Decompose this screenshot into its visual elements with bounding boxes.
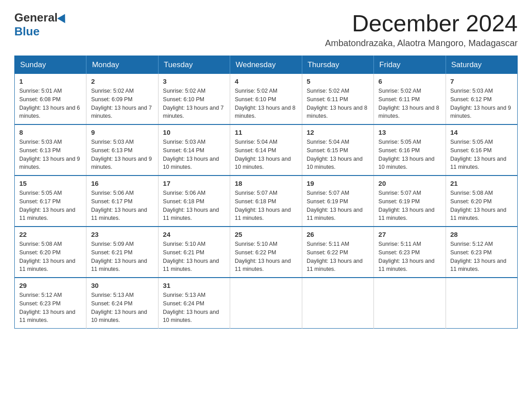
sunset-label: Sunset: 6:18 PM <box>163 198 204 205</box>
daylight-label: Daylight: 13 hours and 11 minutes. <box>91 258 147 273</box>
sunset-label: Sunset: 6:21 PM <box>163 249 204 256</box>
header-wednesday: Wednesday <box>230 56 302 74</box>
daylight-label: Daylight: 13 hours and 7 minutes. <box>91 105 152 120</box>
sunrise-label: Sunrise: 5:12 AM <box>450 241 493 247</box>
sunrise-label: Sunrise: 5:12 AM <box>19 292 62 298</box>
sunset-label: Sunset: 6:11 PM <box>378 96 420 103</box>
day-info: Sunrise: 5:05 AM Sunset: 6:16 PM Dayligh… <box>450 138 513 171</box>
calendar-cell <box>374 278 446 329</box>
header-friday: Friday <box>374 56 446 74</box>
sunrise-label: Sunrise: 5:02 AM <box>91 88 133 94</box>
calendar-cell: 25 Sunrise: 5:10 AM Sunset: 6:22 PM Dayl… <box>230 227 302 278</box>
calendar-cell: 16 Sunrise: 5:06 AM Sunset: 6:17 PM Dayl… <box>86 176 158 227</box>
daylight-label: Daylight: 13 hours and 11 minutes. <box>450 207 506 222</box>
day-info: Sunrise: 5:09 AM Sunset: 6:21 PM Dayligh… <box>91 240 153 274</box>
sunrise-label: Sunrise: 5:07 AM <box>235 190 277 196</box>
calendar-cell: 8 Sunrise: 5:03 AM Sunset: 6:13 PM Dayli… <box>15 124 86 176</box>
calendar-cell: 15 Sunrise: 5:05 AM Sunset: 6:17 PM Dayl… <box>15 176 86 227</box>
day-number: 18 <box>235 180 297 187</box>
calendar-cell: 2 Sunrise: 5:02 AM Sunset: 6:09 PM Dayli… <box>86 74 158 124</box>
sunset-label: Sunset: 6:11 PM <box>307 96 348 103</box>
day-number: 26 <box>307 231 369 238</box>
sunrise-label: Sunrise: 5:01 AM <box>19 88 62 94</box>
sunset-label: Sunset: 6:20 PM <box>19 249 60 256</box>
sunset-label: Sunset: 6:08 PM <box>19 96 60 103</box>
day-info: Sunrise: 5:11 AM Sunset: 6:23 PM Dayligh… <box>378 240 441 274</box>
calendar-cell: 24 Sunrise: 5:10 AM Sunset: 6:21 PM Dayl… <box>158 227 230 278</box>
day-info: Sunrise: 5:10 AM Sunset: 6:22 PM Dayligh… <box>235 240 297 274</box>
sunrise-label: Sunrise: 5:09 AM <box>91 241 133 247</box>
sunrise-label: Sunrise: 5:08 AM <box>450 190 493 196</box>
calendar-week-row: 15 Sunrise: 5:05 AM Sunset: 6:17 PM Dayl… <box>15 176 518 227</box>
header-monday: Monday <box>86 56 158 74</box>
calendar-table: SundayMondayTuesdayWednesdayThursdayFrid… <box>14 56 518 329</box>
day-number: 12 <box>307 128 369 136</box>
logo: General Blue <box>14 11 69 39</box>
day-info: Sunrise: 5:10 AM Sunset: 6:21 PM Dayligh… <box>163 240 225 274</box>
day-number: 16 <box>91 180 153 187</box>
calendar-cell: 21 Sunrise: 5:08 AM Sunset: 6:20 PM Dayl… <box>446 176 517 227</box>
day-info: Sunrise: 5:01 AM Sunset: 6:08 PM Dayligh… <box>19 87 82 120</box>
sunrise-label: Sunrise: 5:07 AM <box>307 190 349 196</box>
day-info: Sunrise: 5:12 AM Sunset: 6:23 PM Dayligh… <box>19 291 82 325</box>
day-info: Sunrise: 5:04 AM Sunset: 6:14 PM Dayligh… <box>235 138 297 171</box>
daylight-label: Daylight: 13 hours and 9 minutes. <box>450 105 511 120</box>
sunrise-label: Sunrise: 5:07 AM <box>378 190 421 196</box>
day-info: Sunrise: 5:02 AM Sunset: 6:11 PM Dayligh… <box>307 87 369 120</box>
sunset-label: Sunset: 6:10 PM <box>163 96 204 103</box>
sunrise-label: Sunrise: 5:02 AM <box>235 88 277 94</box>
calendar-cell: 3 Sunrise: 5:02 AM Sunset: 6:10 PM Dayli… <box>158 74 230 124</box>
calendar-cell: 31 Sunrise: 5:13 AM Sunset: 6:24 PM Dayl… <box>158 278 230 329</box>
calendar-cell: 23 Sunrise: 5:09 AM Sunset: 6:21 PM Dayl… <box>86 227 158 278</box>
calendar-cell <box>302 278 373 329</box>
day-info: Sunrise: 5:05 AM Sunset: 6:16 PM Dayligh… <box>378 138 441 171</box>
sunrise-label: Sunrise: 5:04 AM <box>235 139 277 145</box>
sunrise-label: Sunrise: 5:02 AM <box>307 88 349 94</box>
sunset-label: Sunset: 6:16 PM <box>450 147 492 154</box>
day-number: 24 <box>163 231 225 238</box>
header-tuesday: Tuesday <box>158 56 230 74</box>
sunset-label: Sunset: 6:23 PM <box>19 300 60 307</box>
day-number: 25 <box>235 231 297 238</box>
day-number: 11 <box>235 128 297 136</box>
daylight-label: Daylight: 13 hours and 11 minutes. <box>307 207 363 222</box>
day-number: 3 <box>163 77 225 85</box>
daylight-label: Daylight: 13 hours and 9 minutes. <box>19 156 80 171</box>
day-number: 9 <box>91 128 153 136</box>
logo-arrow-icon <box>57 14 69 26</box>
sunset-label: Sunset: 6:23 PM <box>378 249 420 256</box>
sunrise-label: Sunrise: 5:10 AM <box>163 241 206 247</box>
daylight-label: Daylight: 13 hours and 10 minutes. <box>235 156 291 171</box>
day-info: Sunrise: 5:02 AM Sunset: 6:10 PM Dayligh… <box>163 87 225 120</box>
day-number: 21 <box>450 180 513 187</box>
day-number: 13 <box>378 128 441 136</box>
calendar-cell: 14 Sunrise: 5:05 AM Sunset: 6:16 PM Dayl… <box>446 124 517 176</box>
daylight-label: Daylight: 13 hours and 10 minutes. <box>163 156 219 171</box>
calendar-cell <box>446 278 517 329</box>
day-info: Sunrise: 5:13 AM Sunset: 6:24 PM Dayligh… <box>91 291 153 325</box>
header-thursday: Thursday <box>302 56 373 74</box>
sunrise-label: Sunrise: 5:13 AM <box>163 292 206 298</box>
location-subtitle: Ambatondrazaka, Alaotra Mangoro, Madagas… <box>325 38 518 48</box>
day-number: 19 <box>307 180 369 187</box>
daylight-label: Daylight: 13 hours and 10 minutes. <box>91 309 147 324</box>
daylight-label: Daylight: 13 hours and 8 minutes. <box>235 105 296 120</box>
calendar-cell: 20 Sunrise: 5:07 AM Sunset: 6:19 PM Dayl… <box>374 176 446 227</box>
daylight-label: Daylight: 13 hours and 11 minutes. <box>163 258 219 273</box>
logo-general-text: General <box>14 11 58 25</box>
calendar-cell: 30 Sunrise: 5:13 AM Sunset: 6:24 PM Dayl… <box>86 278 158 329</box>
calendar-cell: 9 Sunrise: 5:03 AM Sunset: 6:13 PM Dayli… <box>86 124 158 176</box>
day-info: Sunrise: 5:08 AM Sunset: 6:20 PM Dayligh… <box>19 240 82 274</box>
daylight-label: Daylight: 13 hours and 11 minutes. <box>307 258 363 273</box>
calendar-cell: 13 Sunrise: 5:05 AM Sunset: 6:16 PM Dayl… <box>374 124 446 176</box>
daylight-label: Daylight: 13 hours and 11 minutes. <box>235 207 291 222</box>
daylight-label: Daylight: 13 hours and 10 minutes. <box>378 156 434 171</box>
sunrise-label: Sunrise: 5:13 AM <box>91 292 133 298</box>
calendar-cell: 17 Sunrise: 5:06 AM Sunset: 6:18 PM Dayl… <box>158 176 230 227</box>
sunset-label: Sunset: 6:24 PM <box>91 300 132 307</box>
calendar-cell: 28 Sunrise: 5:12 AM Sunset: 6:23 PM Dayl… <box>446 227 517 278</box>
calendar-cell: 19 Sunrise: 5:07 AM Sunset: 6:19 PM Dayl… <box>302 176 373 227</box>
daylight-label: Daylight: 13 hours and 10 minutes. <box>307 156 363 171</box>
day-number: 6 <box>378 77 441 85</box>
sunset-label: Sunset: 6:14 PM <box>235 147 276 154</box>
